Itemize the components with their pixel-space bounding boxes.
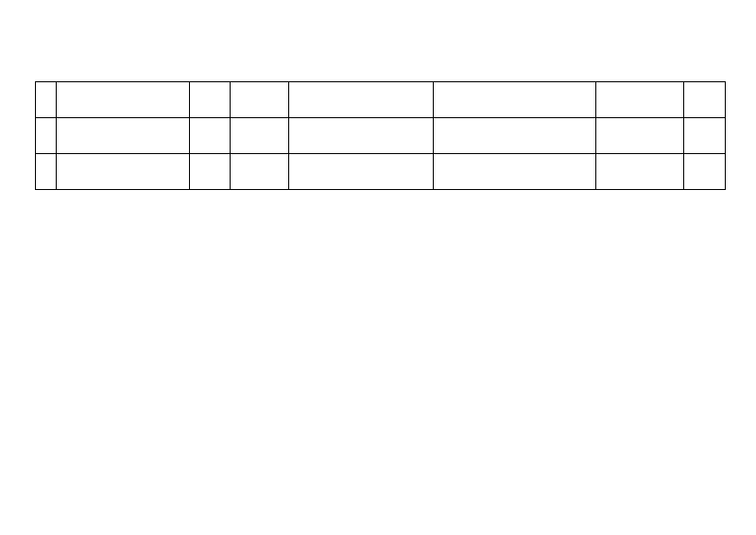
empty-table (35, 81, 726, 190)
cell (684, 154, 726, 190)
cell (231, 118, 289, 154)
cell (190, 118, 231, 154)
cell (36, 118, 57, 154)
cell (57, 118, 190, 154)
cell (57, 82, 190, 118)
cell (684, 118, 726, 154)
cell (434, 82, 596, 118)
cell (596, 154, 684, 190)
cell (289, 82, 434, 118)
table-row (36, 118, 726, 154)
cell (596, 82, 684, 118)
cell (36, 154, 57, 190)
page (0, 0, 756, 535)
table-row (36, 154, 726, 190)
cell (434, 154, 596, 190)
table-row (36, 82, 726, 118)
cell (57, 154, 190, 190)
cell (289, 154, 434, 190)
cell (36, 82, 57, 118)
cell (596, 118, 684, 154)
cell (434, 118, 596, 154)
cell (684, 82, 726, 118)
cell (289, 118, 434, 154)
cell (190, 82, 231, 118)
cell (231, 154, 289, 190)
cell (190, 154, 231, 190)
cell (231, 82, 289, 118)
